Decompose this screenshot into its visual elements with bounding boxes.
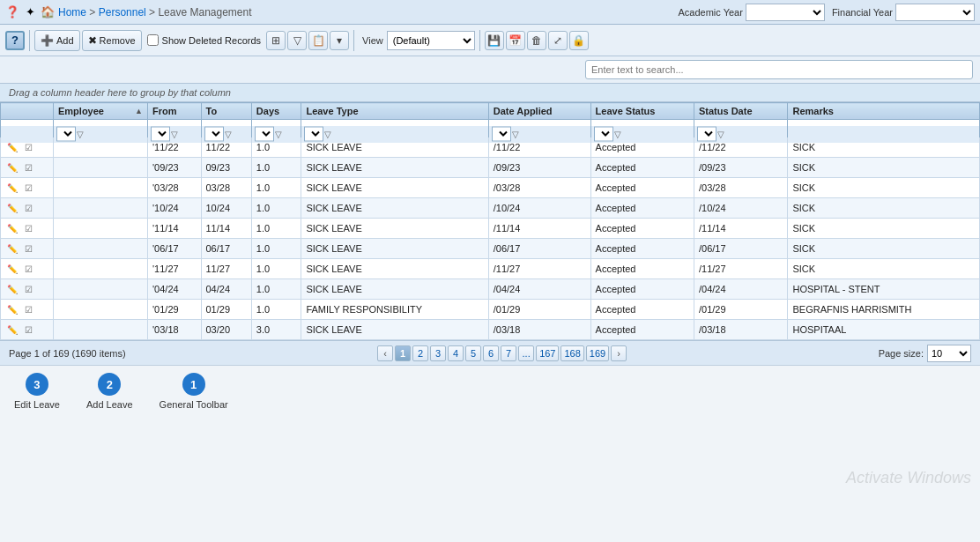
table-row: ✏️ ☑ '01/29 01/29 1.0 FAMILY RESPONSIBIL… [1,300,980,320]
col-employee[interactable]: Employee▲ [54,103,148,120]
edit-btn-5[interactable]: ✏️ [5,241,19,256]
leave-status-filter-icon[interactable]: ▽ [614,130,621,139]
date-applied-filter-icon[interactable]: ▽ [512,130,519,139]
check-btn-8[interactable]: ☑ [21,302,35,316]
col-leave-status[interactable]: Leave Status [590,103,694,120]
export-icon-btn[interactable]: 📋 [308,31,328,50]
status-date-filter-select[interactable] [697,127,716,142]
col-from[interactable]: From [148,103,201,120]
page-7[interactable]: 7 [501,345,516,361]
page-6[interactable]: 6 [483,345,499,361]
check-btn-5[interactable]: ☑ [21,241,35,256]
remove-button[interactable]: ✖ Remove [82,30,142,51]
row-status-date-3: /10/24 [694,198,787,219]
breadcrumb-personnel[interactable]: Personnel [99,6,146,19]
page-4[interactable]: 4 [448,345,464,361]
view-select[interactable]: (Default) [387,31,475,50]
check-btn-2[interactable]: ☑ [21,181,35,195]
check-btn-1[interactable]: ☑ [21,160,35,174]
filter-date-applied: ▽ [488,125,590,143]
row-leave-type-9: SICK LEAVE [301,320,488,340]
to-filter-icon[interactable]: ▽ [225,130,232,139]
col-date-applied[interactable]: Date Applied [488,103,590,120]
row-from-7: '04/24 [148,279,201,300]
page-size-select[interactable]: 10 [927,345,971,362]
help-icon[interactable]: ❓ [5,5,19,19]
save-icon-btn[interactable]: 💾 [485,31,504,50]
edit-btn-7[interactable]: ✏️ [5,282,19,296]
edit-btn-6[interactable]: ✏️ [5,262,19,276]
row-from-6: '11/27 [148,259,201,279]
edit-btn-4[interactable]: ✏️ [5,221,19,235]
days-filter-select[interactable] [255,127,274,142]
leave-type-filter-icon[interactable]: ▽ [324,130,331,139]
filter-icon-btn[interactable]: ▽ [287,31,307,50]
row-date-applied-8: /01/29 [488,300,590,320]
employee-filter-select[interactable] [56,127,76,142]
check-btn-6[interactable]: ☑ [21,262,35,276]
delete-icon-btn[interactable]: 🗑 [527,31,546,50]
date-applied-filter-select[interactable] [492,127,511,142]
leave-type-filter-select[interactable] [304,127,323,142]
separator-1 [29,30,30,51]
row-employee-4 [54,219,148,239]
row-remarks-8: BEGRAFNIS HARRISMITH [788,300,980,320]
show-deleted-checkbox[interactable]: Show Deleted Records [144,33,265,48]
breadcrumb-home[interactable]: Home [58,6,86,19]
table-container[interactable]: Employee▲ From To Days Leave Type Date A… [0,102,980,340]
row-leave-type-8: FAMILY RESPONSIBILITY [301,300,488,320]
row-leave-status-6: Accepted [590,259,694,279]
from-filter-select[interactable] [151,127,170,142]
financial-year-select[interactable] [895,4,975,21]
filter-status-date: ▽ [694,125,787,143]
row-date-applied-1: /09/23 [488,158,590,178]
page-2[interactable]: 2 [412,345,428,361]
days-filter-icon[interactable]: ▽ [275,130,282,139]
col-days[interactable]: Days [251,103,301,120]
add-button[interactable]: ➕ Add [34,30,80,51]
page-168[interactable]: 168 [561,345,583,361]
dropdown-icon-btn[interactable]: ▾ [330,31,349,50]
add-label: Add [56,35,74,46]
page-next[interactable]: › [611,345,627,361]
leave-status-filter-select[interactable] [594,127,613,142]
lock-icon-btn[interactable]: 🔒 [569,31,589,50]
col-status-date[interactable]: Status Date [694,103,787,120]
col-leave-type[interactable]: Leave Type [301,103,488,120]
edit-btn-3[interactable]: ✏️ [5,201,19,215]
page-3[interactable]: 3 [430,345,446,361]
from-filter-icon[interactable]: ▽ [171,130,178,139]
col-remarks[interactable]: Remarks [788,103,980,120]
row-to-1: 09/23 [201,158,251,178]
filter-leave-status: ▽ [590,125,694,143]
show-deleted-input[interactable] [147,34,159,46]
home-icon[interactable]: 🏠 [41,5,55,19]
check-btn-3[interactable]: ☑ [21,201,35,215]
check-btn-9[interactable]: ☑ [21,323,35,337]
employee-filter-icon[interactable]: ▽ [77,130,84,139]
star-icon[interactable]: ✦ [23,5,37,19]
status-date-filter-icon[interactable]: ▽ [717,130,724,139]
to-filter-select[interactable] [204,127,224,142]
check-btn-4[interactable]: ☑ [21,221,35,235]
expand-icon-btn[interactable]: ⤢ [548,31,568,50]
calendar-icon-btn[interactable]: 📅 [506,31,525,50]
row-days-9: 3.0 [251,320,301,340]
search-input[interactable] [585,60,973,79]
page-1[interactable]: 1 [395,345,411,361]
page-169[interactable]: 169 [586,345,609,361]
academic-year-select[interactable] [746,4,825,21]
page-5[interactable]: 5 [465,345,481,361]
row-remarks-7: HOSPITAL - STENT [788,279,980,300]
page-prev[interactable]: ‹ [377,345,393,361]
col-to[interactable]: To [201,103,251,120]
check-btn-7[interactable]: ☑ [21,282,35,296]
page-167[interactable]: 167 [536,345,559,361]
edit-btn-8[interactable]: ✏️ [5,302,19,316]
edit-btn-2[interactable]: ✏️ [5,181,19,195]
help-button[interactable]: ? [5,31,25,50]
edit-btn-9[interactable]: ✏️ [5,323,19,337]
edit-btn-1[interactable]: ✏️ [5,160,19,174]
employee-sort-icon[interactable]: ▲ [135,107,143,115]
grid-icon-btn[interactable]: ⊞ [266,31,286,50]
